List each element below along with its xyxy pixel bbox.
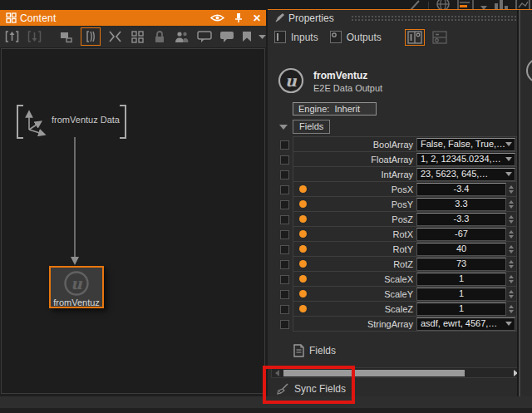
close-icon[interactable]: ✕ bbox=[253, 13, 261, 23]
properties-panel-title: Properties bbox=[288, 12, 334, 24]
io-stack-icon[interactable] bbox=[430, 29, 450, 46]
field-row-body: PosX -3.4 bbox=[293, 181, 517, 197]
field-checkbox[interactable] bbox=[280, 290, 289, 299]
fields-footer-label: Fields bbox=[309, 345, 336, 356]
dropdown-caret-icon bbox=[505, 322, 512, 326]
field-checkbox[interactable] bbox=[280, 275, 289, 284]
object-type: E2E Data Output bbox=[313, 83, 382, 93]
titlebar-texture bbox=[351, 15, 520, 22]
value-spinner[interactable] bbox=[506, 243, 515, 256]
node-fromventuz[interactable]: u fromVentuz bbox=[49, 266, 104, 308]
clipped-properties-column bbox=[520, 10, 532, 396]
fields-footer-item[interactable]: Fields bbox=[293, 344, 336, 357]
field-value-input[interactable]: 23, 5623, 645,… bbox=[416, 168, 515, 181]
content-panel-titlebar[interactable]: Content ✕ bbox=[0, 10, 266, 26]
field-checkbox[interactable] bbox=[280, 320, 289, 329]
binding-dot-icon bbox=[299, 245, 307, 253]
field-row-body: RotY 40 bbox=[293, 241, 517, 257]
import-icon[interactable] bbox=[26, 28, 42, 45]
grid-icon[interactable] bbox=[129, 28, 145, 45]
field-row: RotY 40 bbox=[274, 241, 517, 257]
field-label: ScaleY bbox=[307, 289, 416, 299]
layout-icon[interactable] bbox=[515, 0, 530, 9]
content-graph-canvas[interactable]: fromVentuz Data u fromVentuz bbox=[1, 48, 265, 394]
binding-dot-icon bbox=[299, 260, 307, 268]
field-checkbox[interactable] bbox=[280, 230, 289, 239]
field-checkbox[interactable] bbox=[280, 245, 289, 254]
collapse-icon[interactable] bbox=[106, 28, 123, 45]
field-value-input[interactable]: 3.3 bbox=[416, 198, 506, 211]
eye-icon[interactable] bbox=[210, 13, 224, 22]
field-value-input[interactable]: -3.3 bbox=[416, 213, 506, 226]
engine-dropdown[interactable]: Engine: Inherit bbox=[293, 102, 377, 116]
users-icon[interactable] bbox=[174, 28, 190, 45]
stats-icon[interactable] bbox=[494, 0, 509, 9]
node-fromventuz-data[interactable]: fromVentuz Data bbox=[17, 105, 126, 139]
field-value-input[interactable]: 40 bbox=[416, 243, 506, 256]
io-split-icon[interactable] bbox=[405, 29, 425, 46]
field-row: RotZ 73 bbox=[274, 256, 517, 272]
field-value-input[interactable]: 1 bbox=[416, 302, 506, 316]
dropdown-caret-icon[interactable] bbox=[480, 3, 487, 9]
value-spinner[interactable] bbox=[506, 183, 515, 196]
value-spinner[interactable] bbox=[506, 302, 515, 316]
spinner-down-icon bbox=[509, 190, 514, 194]
field-value-input[interactable]: False, False, True,… bbox=[416, 138, 515, 151]
field-row: PosY 3.3 bbox=[274, 196, 517, 212]
field-value-input[interactable]: -3.4 bbox=[416, 183, 506, 196]
field-row-body: ScaleZ 1 bbox=[293, 301, 517, 317]
field-checkbox[interactable] bbox=[280, 185, 289, 194]
value-spinner[interactable] bbox=[506, 228, 515, 241]
profiler-icon[interactable] bbox=[457, 0, 474, 9]
value-spinner[interactable] bbox=[506, 288, 515, 301]
binding-dot-icon bbox=[299, 290, 307, 297]
field-checkbox[interactable] bbox=[280, 140, 289, 150]
value-spinner[interactable] bbox=[506, 198, 515, 211]
spinner-up-icon bbox=[509, 215, 514, 219]
section-collapse-caret-icon[interactable] bbox=[279, 125, 288, 130]
spinner-up-icon bbox=[509, 305, 514, 308]
field-value-input[interactable]: asdf, ewrt, 4567,… bbox=[416, 317, 515, 331]
value-spinner[interactable] bbox=[506, 273, 515, 286]
field-checkbox[interactable] bbox=[280, 260, 289, 269]
spinner-up-icon bbox=[509, 260, 514, 263]
value-spinner[interactable] bbox=[506, 213, 515, 226]
field-value-input[interactable]: 1 bbox=[416, 288, 506, 301]
field-checkbox[interactable] bbox=[280, 155, 289, 165]
field-checkbox[interactable] bbox=[280, 170, 289, 179]
field-value-input[interactable]: -67 bbox=[416, 228, 506, 241]
panel-grid-icon bbox=[6, 12, 17, 23]
tab-outputs[interactable]: Outputs bbox=[347, 32, 382, 43]
field-row-body: RotZ 73 bbox=[293, 256, 517, 272]
field-value-input[interactable]: 73 bbox=[416, 258, 506, 271]
field-row-body: IntArray 23, 5623, 645,… bbox=[293, 166, 517, 182]
layers-icon[interactable] bbox=[81, 27, 101, 46]
field-checkbox[interactable] bbox=[280, 305, 289, 314]
globe-icon[interactable] bbox=[436, 0, 451, 9]
fields-section-header[interactable]: Fields bbox=[293, 120, 330, 134]
field-value-input[interactable]: 1 bbox=[416, 273, 506, 286]
field-value-input[interactable]: 1, 2, 12345.0234,… bbox=[416, 153, 515, 166]
spinner-down-icon bbox=[509, 280, 514, 283]
field-row-body: ScaleY 1 bbox=[293, 286, 517, 302]
pin-icon[interactable] bbox=[234, 12, 243, 23]
bookmark-icon[interactable] bbox=[241, 28, 253, 45]
properties-titlebar[interactable]: Properties bbox=[268, 10, 532, 26]
node-connection bbox=[52, 137, 98, 267]
field-checkbox[interactable] bbox=[280, 215, 289, 224]
inputs-icon bbox=[274, 31, 286, 43]
add-node-icon[interactable] bbox=[58, 28, 75, 45]
binding-dot-icon bbox=[299, 185, 307, 193]
field-checkbox[interactable] bbox=[280, 200, 289, 209]
value-spinner[interactable] bbox=[506, 258, 515, 271]
lock-icon[interactable] bbox=[151, 28, 168, 45]
comment-icon[interactable] bbox=[196, 28, 213, 45]
field-row-body: BoolArray False, False, True,… bbox=[293, 136, 517, 152]
tab-inputs[interactable]: Inputs bbox=[291, 32, 318, 43]
content-panel-title: Content bbox=[20, 12, 56, 24]
pen-icon[interactable] bbox=[408, 0, 421, 9]
comment-filled-icon[interactable] bbox=[219, 28, 235, 45]
pen-icon bbox=[274, 12, 285, 23]
export-icon[interactable] bbox=[3, 28, 20, 45]
dropdown-caret-icon[interactable] bbox=[259, 33, 266, 40]
